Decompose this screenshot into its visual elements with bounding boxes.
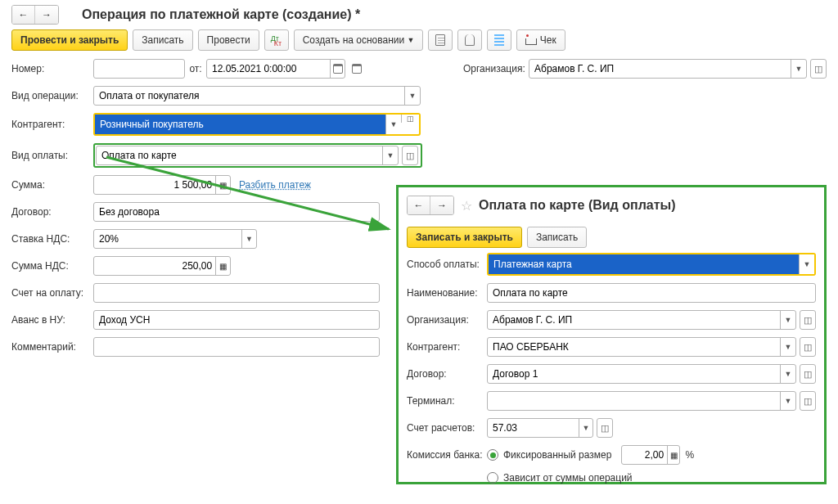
dropdown-icon[interactable]: ▼ — [385, 115, 401, 134]
calendar-icon[interactable] — [330, 60, 345, 78]
panel-counterparty-field[interactable]: ▼ — [487, 337, 796, 357]
org-open-button[interactable]: ◫ — [810, 59, 827, 79]
calculator-icon[interactable]: ▦ — [215, 257, 230, 275]
date-field[interactable] — [206, 59, 345, 79]
sum-label: Сумма: — [11, 179, 93, 191]
pay-type-field[interactable]: ▼ — [96, 146, 399, 165]
op-type-field[interactable]: ▼ — [93, 86, 421, 106]
from-label: от: — [185, 63, 206, 74]
contract-label: Договор: — [11, 206, 93, 218]
dropdown-icon[interactable]: ▼ — [799, 254, 814, 274]
commission-value-field[interactable]: ▦ — [621, 445, 680, 465]
terminal-open-button[interactable]: ◫ — [800, 391, 816, 411]
name-label: Наименование: — [407, 287, 487, 299]
submit-close-button[interactable]: Провести и закрыть — [11, 29, 128, 51]
contract-field[interactable] — [93, 202, 380, 222]
vat-rate-field[interactable]: ▼ — [93, 229, 257, 249]
dropdown-icon[interactable]: ▼ — [791, 60, 806, 78]
name-field[interactable] — [487, 283, 816, 303]
counterparty-open-button[interactable]: ◫ — [401, 115, 419, 123]
date-lock-button[interactable] — [349, 59, 365, 79]
dropdown-icon[interactable]: ▼ — [404, 87, 420, 105]
dtkt-icon — [271, 34, 282, 46]
account-field[interactable]: ▼ — [487, 418, 593, 438]
panel-org-field[interactable]: ▼ — [487, 310, 796, 330]
attach-button[interactable] — [457, 29, 482, 51]
forward-button[interactable]: → — [35, 6, 58, 24]
method-label: Способ оплаты: — [407, 259, 487, 270]
counterparty-label: Контрагент: — [11, 119, 93, 130]
panel-org-label: Организация: — [407, 314, 487, 326]
pay-type-open-button[interactable]: ◫ — [402, 146, 418, 165]
panel-back-button[interactable]: ← — [408, 196, 430, 214]
receipt-icon — [525, 34, 537, 46]
panel-save-close-button[interactable]: Записать и закрыть — [407, 227, 522, 248]
commission-fixed-radio[interactable]: Фиксированный размер — [487, 449, 611, 461]
main-button-row: Провести и закрыть Записать Провести Соз… — [0, 25, 838, 56]
terminal-field[interactable]: ▼ — [487, 391, 796, 411]
vat-sum-field[interactable]: ▦ — [93, 256, 231, 276]
cheque-button[interactable]: Чек — [516, 29, 565, 51]
page-title: Операция по платежной карте (создание) * — [82, 7, 360, 22]
list-button[interactable] — [487, 29, 511, 51]
number-label: Номер: — [11, 63, 93, 74]
panel-counterparty-label: Контрагент: — [407, 341, 487, 353]
comment-field[interactable] — [93, 337, 380, 357]
panel-contract-open-button[interactable]: ◫ — [800, 364, 816, 384]
radio-icon — [487, 472, 498, 484]
nav-arrows: ← → — [11, 5, 59, 25]
panel-nav-arrows: ← → — [407, 196, 454, 215]
advance-label: Аванс в НУ: — [11, 314, 93, 326]
counterparty-field[interactable]: ▼ — [95, 115, 401, 134]
commission-label: Комиссия банка: — [407, 449, 487, 461]
panel-forward-button[interactable]: → — [430, 196, 453, 214]
vat-sum-label: Сумма НДС: — [11, 260, 93, 272]
back-button[interactable]: ← — [12, 6, 35, 24]
method-field[interactable]: ▼ — [489, 254, 814, 274]
dtkt-button[interactable] — [264, 29, 289, 51]
account-open-button[interactable]: ◫ — [597, 418, 613, 438]
paperclip-icon — [465, 34, 475, 46]
terminal-label: Терминал: — [407, 395, 487, 407]
comment-label: Комментарий: — [11, 341, 93, 353]
dropdown-icon[interactable]: ▼ — [780, 338, 795, 356]
radio-icon — [487, 449, 498, 461]
panel-contract-field[interactable]: ▼ — [487, 364, 796, 384]
advance-field[interactable] — [93, 310, 380, 330]
org-field[interactable]: ▼ — [529, 59, 807, 79]
commission-depends-radio[interactable]: Зависит от суммы операций — [487, 472, 633, 484]
create-based-button[interactable]: Создать на основании ▼ — [294, 29, 424, 51]
panel-save-button[interactable]: Записать — [527, 227, 587, 248]
panel-counterparty-open-button[interactable]: ◫ — [800, 337, 816, 357]
document-icon — [435, 34, 445, 46]
record-button[interactable]: Записать — [133, 29, 192, 51]
split-payment-link[interactable]: Разбить платеж — [239, 179, 311, 191]
panel-org-open-button[interactable]: ◫ — [800, 310, 816, 330]
org-label: Организация: — [463, 63, 529, 74]
dropdown-icon[interactable]: ▼ — [382, 146, 398, 164]
panel-contract-label: Договор: — [407, 368, 487, 380]
header-toolbar: ← → Операция по платежной карте (создани… — [0, 0, 838, 25]
payment-type-panel: ← → ☆ Оплата по карте (Вид оплаты) Запис… — [396, 185, 827, 484]
invoice-field[interactable] — [93, 283, 380, 303]
dropdown-icon[interactable]: ▼ — [780, 311, 795, 329]
account-label: Счет расчетов: — [407, 422, 487, 434]
favorite-star-icon[interactable]: ☆ — [459, 198, 474, 213]
extra-doc-button[interactable] — [428, 29, 453, 51]
vat-rate-label: Ставка НДС: — [11, 233, 93, 245]
panel-title: Оплата по карте (Вид оплаты) — [479, 198, 676, 213]
dropdown-icon[interactable]: ▼ — [780, 365, 795, 383]
pay-type-label: Вид оплаты: — [11, 150, 93, 161]
calculator-icon[interactable]: ▦ — [215, 176, 230, 194]
dropdown-icon[interactable]: ▼ — [241, 230, 256, 248]
dropdown-icon[interactable]: ▼ — [780, 392, 795, 410]
invoice-label: Счет на оплату: — [11, 287, 93, 299]
list-icon — [494, 34, 504, 46]
number-field[interactable] — [93, 59, 185, 79]
op-type-label: Вид операции: — [11, 90, 93, 101]
percent-label: % — [685, 449, 694, 461]
submit-button[interactable]: Провести — [198, 29, 259, 51]
sum-field[interactable]: ▦ — [93, 175, 231, 195]
calculator-icon[interactable]: ▦ — [667, 446, 679, 464]
dropdown-icon[interactable]: ▼ — [579, 419, 592, 437]
